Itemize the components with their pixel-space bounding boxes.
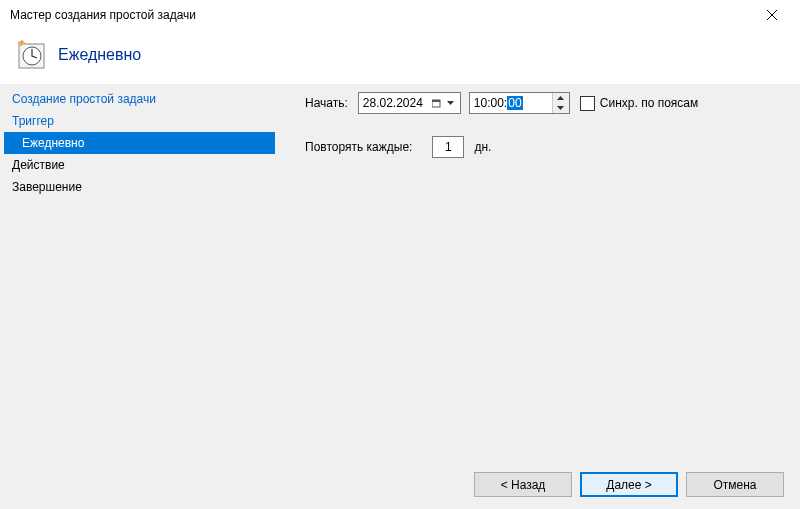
back-button[interactable]: < Назад (474, 472, 572, 497)
main-panel: Начать: 28.02.2024 10:00:00 (275, 84, 800, 442)
sidebar-item-action[interactable]: Действие (10, 154, 265, 176)
cancel-button[interactable]: Отмена (686, 472, 784, 497)
start-row: Начать: 28.02.2024 10:00:00 (305, 92, 784, 114)
repeat-value: 1 (445, 140, 452, 154)
date-input[interactable]: 28.02.2024 (358, 92, 461, 114)
page-title: Ежедневно (58, 46, 141, 64)
repeat-label: Повторять каждые: (305, 140, 412, 154)
wizard-sidebar: Создание простой задачи Триггер Ежедневн… (0, 84, 275, 442)
time-input[interactable]: 10:00:00 (469, 92, 570, 114)
clock-icon (16, 40, 46, 70)
chevron-down-icon[interactable] (444, 101, 458, 105)
sidebar-item-trigger[interactable]: Триггер (10, 110, 265, 132)
sync-checkbox[interactable] (580, 96, 595, 111)
svg-rect-3 (432, 100, 440, 102)
spinner-down[interactable] (553, 103, 569, 113)
wizard-footer: < Назад Далее > Отмена (0, 462, 800, 509)
sidebar-item-daily[interactable]: Ежедневно (4, 132, 275, 154)
close-button[interactable] (752, 1, 792, 29)
wizard-header: Ежедневно (0, 30, 800, 84)
sidebar-item-create-task[interactable]: Создание простой задачи (10, 88, 265, 110)
repeat-row: Повторять каждые: 1 дн. (305, 136, 784, 158)
days-unit: дн. (474, 140, 491, 154)
sync-label: Синхр. по поясам (600, 96, 698, 110)
window-title: Мастер создания простой задачи (10, 8, 196, 22)
sidebar-item-finish[interactable]: Завершение (10, 176, 265, 198)
close-icon (767, 10, 777, 20)
time-value: 10:00:00 (474, 96, 552, 110)
next-button[interactable]: Далее > (580, 472, 678, 497)
spinner-up[interactable] (553, 93, 569, 103)
date-value: 28.02.2024 (363, 96, 430, 110)
start-label: Начать: (305, 96, 348, 110)
calendar-icon[interactable] (430, 99, 444, 108)
titlebar: Мастер создания простой задачи (0, 0, 800, 30)
content-area: Создание простой задачи Триггер Ежедневн… (0, 84, 800, 442)
repeat-input[interactable]: 1 (432, 136, 464, 158)
sync-checkbox-wrap[interactable]: Синхр. по поясам (580, 96, 698, 111)
time-spinner (552, 93, 569, 113)
